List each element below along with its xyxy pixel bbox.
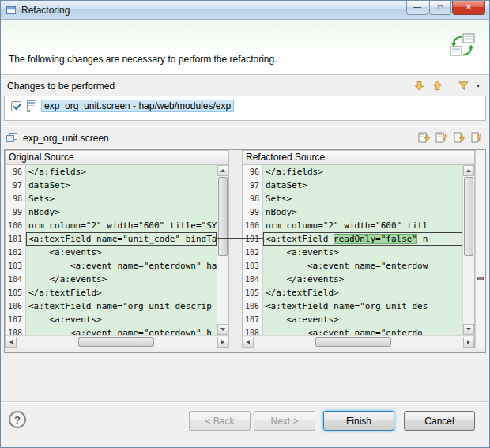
refactored-source-editor[interactable]: 96</a:fields> 97dataSet> 98Sets> 99nBody… [243, 165, 462, 335]
cancel-button[interactable]: Cancel [404, 411, 475, 431]
changes-section-label: Changes to be performed [7, 81, 115, 92]
line-number: 96 [243, 165, 263, 179]
original-source-header: Original Source [6, 151, 228, 165]
close-button[interactable]: × [452, 1, 485, 15]
scroll-left-button[interactable] [6, 337, 17, 348]
window-title: Refactoring [21, 5, 70, 16]
up-arrow-icon [220, 169, 225, 172]
scroll-down-button[interactable] [217, 324, 228, 335]
left-arrow-icon [247, 340, 250, 344]
code-text: <a:events> [263, 246, 462, 259]
code-line: 102 <a:events> [243, 246, 462, 259]
line-number: 103 [6, 259, 26, 273]
compare-editor-icon [6, 132, 18, 145]
title-bar[interactable]: Refactoring — □ × [1, 1, 489, 20]
code-line: 105</a:textField> [243, 286, 462, 299]
code-text: <a:events> [263, 313, 462, 326]
horizontal-scroll-thumb[interactable] [78, 337, 154, 347]
code-line: 98Sets> [243, 192, 462, 205]
maximize-button[interactable]: □ [429, 1, 451, 15]
down-arrow-icon [466, 328, 471, 331]
line-number: 108 [6, 326, 26, 335]
original-horizontal-scrollbar[interactable] [6, 335, 228, 348]
code-text: <a:event name="enterdown" ha [26, 259, 217, 273]
help-button[interactable]: ? [9, 411, 26, 428]
code-text: dataSet> [26, 179, 217, 192]
next-button[interactable]: Next > [254, 411, 315, 431]
section-divider [1, 126, 489, 127]
scroll-right-button[interactable] [217, 337, 228, 348]
code-text: <a:textField name="org_unit_des [263, 299, 462, 313]
vertical-scroll-thumb[interactable] [464, 177, 473, 256]
code-line: 105</a:textField> [6, 286, 217, 299]
overview-ruler[interactable] [475, 150, 485, 348]
banner-message: The following changes are necessary to p… [9, 54, 277, 65]
left-arrow-icon [9, 340, 13, 344]
right-arrow-icon [467, 340, 470, 344]
back-button[interactable]: < Back [189, 411, 251, 431]
refactoring-icon [447, 32, 478, 62]
scroll-down-button[interactable] [463, 324, 474, 335]
toolbar-separator [450, 79, 450, 92]
change-checkbox[interactable] [11, 101, 21, 111]
vertical-scroll-thumb[interactable] [218, 177, 228, 256]
line-number: 104 [243, 273, 263, 286]
finish-button[interactable]: Finish [323, 411, 394, 431]
filter-changes-button[interactable] [455, 77, 471, 93]
code-text: <a:events> [26, 313, 217, 326]
diff-connector-area [229, 150, 242, 352]
right-arrow-icon [221, 340, 224, 344]
minimize-button[interactable]: — [406, 1, 428, 15]
refactored-horizontal-scrollbar[interactable] [243, 335, 474, 348]
close-icon: × [466, 2, 471, 11]
line-number: 104 [6, 273, 26, 286]
scroll-up-button[interactable] [463, 165, 474, 176]
code-line: 106<a:textField name="org_unit_des [243, 299, 462, 313]
original-source-editor[interactable]: 96</a:fields> 97dataSet> 98Sets> 99nBody… [6, 165, 217, 335]
horizontal-scroll-thumb[interactable] [315, 337, 391, 347]
line-number: 96 [6, 165, 26, 179]
refactored-source-header: Refactored Source [243, 151, 474, 165]
screen-file-icon [25, 100, 38, 112]
code-line: 96</a:fields> [243, 165, 462, 179]
code-text: nBody> [26, 205, 217, 219]
diff-position-marker[interactable] [477, 277, 484, 280]
code-text: Sets> [263, 192, 462, 205]
view-menu-button[interactable]: ▼ [473, 77, 483, 93]
line-number: 97 [243, 179, 263, 192]
refactored-vertical-scrollbar[interactable] [462, 165, 474, 335]
scroll-up-button[interactable] [217, 165, 228, 176]
window-icon [6, 5, 17, 16]
line-number: 102 [6, 246, 26, 259]
compare-viewer: Original Source 96</a:fields> 97dataSet>… [4, 149, 486, 353]
line-number: 108 [243, 326, 263, 335]
previous-difference-button[interactable] [434, 130, 450, 145]
code-line: 102 <a:events> [6, 246, 217, 259]
line-number: 103 [243, 259, 263, 273]
code-text: </a:events> [26, 273, 217, 286]
original-vertical-scrollbar[interactable] [217, 165, 228, 335]
refactoring-dialog: Refactoring — □ × The following changes … [0, 0, 490, 448]
line-number: 98 [243, 192, 263, 205]
code-text: </a:textField> [26, 286, 217, 299]
change-item-label[interactable]: exp_org_unit.screen - hap/web/modules/ex… [41, 100, 234, 112]
next-change-arrow-icon [413, 80, 425, 92]
next-difference-button[interactable] [416, 130, 432, 145]
code-line: 100orm column="2" width="600" title="SY [6, 219, 217, 232]
scroll-left-button[interactable] [243, 337, 254, 348]
select-next-change-button[interactable] [411, 77, 427, 93]
scroll-right-button[interactable] [463, 337, 474, 348]
previous-change-button[interactable] [469, 130, 484, 145]
line-number: 106 [243, 299, 263, 313]
code-line: 98Sets> [6, 192, 217, 205]
changes-list[interactable]: exp_org_unit.screen - hap/web/modules/ex… [4, 96, 486, 121]
select-previous-change-button[interactable] [429, 77, 445, 93]
code-line: 97dataSet> [6, 179, 217, 192]
code-line: 107 <a:events> [243, 313, 462, 326]
change-item[interactable]: exp_org_unit.screen - hap/web/modules/ex… [5, 98, 485, 114]
code-line-current-diff: 101<a:textField name="unit_code" bindTa [6, 232, 217, 246]
code-line: 106<a:textField name="org_unit_descrip [6, 299, 217, 313]
line-number: 102 [243, 246, 263, 259]
line-number: 100 [6, 219, 26, 232]
next-change-button[interactable] [451, 130, 467, 145]
